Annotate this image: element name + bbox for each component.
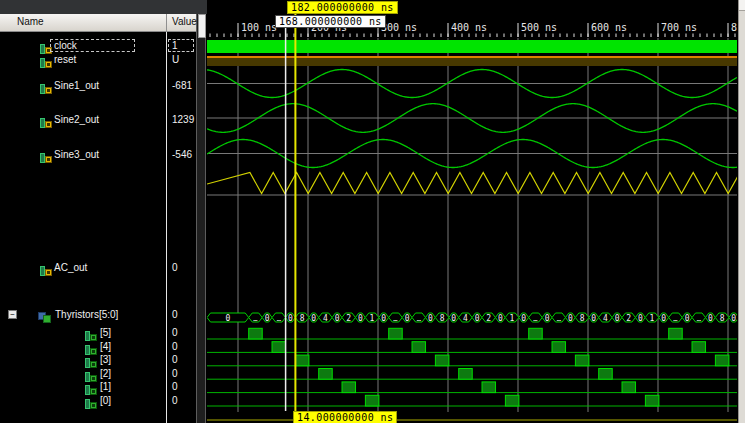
signal-name-label[interactable]: [0] xyxy=(100,394,111,407)
signal-value: U xyxy=(172,53,179,66)
bit-signal-icon xyxy=(85,381,97,392)
marker-cursor-time-label: 168.000000000 ns xyxy=(275,15,386,28)
signal-name-label[interactable]: Sine3_out xyxy=(54,148,99,161)
svg-text:0: 0 xyxy=(358,314,363,323)
bit-signal-icon xyxy=(85,395,97,406)
signal-value: 0 xyxy=(172,367,178,380)
svg-text:0: 0 xyxy=(615,314,620,323)
signal-value: 0 xyxy=(172,340,178,353)
wave--0- xyxy=(207,395,737,406)
wave-thyristors-5-0-: 0…0…080402010…0…080402010…0…080402010…0…… xyxy=(207,313,739,323)
svg-text:0: 0 xyxy=(311,314,316,323)
svg-text:0: 0 xyxy=(381,314,386,323)
wave-reset xyxy=(207,57,737,66)
svg-text:1: 1 xyxy=(650,314,655,323)
wave-viewer-window: 100 ns200 ns300 ns400 ns500 ns600 ns700 … xyxy=(0,0,745,423)
svg-text:0: 0 xyxy=(521,314,526,323)
svg-text:4: 4 xyxy=(603,314,608,323)
svg-text:0: 0 xyxy=(708,314,713,323)
bit-signal-icon xyxy=(85,327,97,338)
signal-value: 0 xyxy=(172,394,178,407)
signal-name-label[interactable]: Sine1_out xyxy=(54,79,99,92)
svg-text:0: 0 xyxy=(498,314,503,323)
wave-scrollbar-thumb[interactable] xyxy=(739,0,745,11)
signal-value: -546 xyxy=(172,148,192,161)
name-value-divider[interactable] xyxy=(166,31,167,423)
signal-value: -681 xyxy=(172,79,192,92)
svg-text:…: … xyxy=(277,315,281,323)
svg-text:0: 0 xyxy=(638,314,643,323)
vertical-scrollbar[interactable] xyxy=(196,14,206,423)
signal-name-label[interactable]: [2] xyxy=(100,367,111,380)
value-column-header[interactable]: Value xyxy=(172,16,197,27)
signal-value: 0 xyxy=(172,261,178,274)
svg-text:0: 0 xyxy=(405,314,410,323)
svg-text:…: … xyxy=(417,315,421,323)
name-column-header[interactable]: Name xyxy=(17,16,44,27)
svg-text:…: … xyxy=(393,315,397,323)
svg-text:4: 4 xyxy=(323,314,328,323)
wave-clock xyxy=(207,40,737,53)
signal-name-label[interactable]: [4] xyxy=(100,340,111,353)
svg-text:1: 1 xyxy=(370,314,375,323)
svg-text:…: … xyxy=(253,315,257,323)
svg-text:0: 0 xyxy=(288,314,293,323)
logic-signal-icon xyxy=(40,114,52,125)
selection-outline-name xyxy=(50,39,135,52)
svg-text:…: … xyxy=(697,315,701,323)
signal-name-label[interactable]: Thyristors[5:0] xyxy=(55,308,118,321)
bit-signal-icon xyxy=(85,368,97,379)
svg-text:1: 1 xyxy=(510,314,515,323)
header-column-divider[interactable] xyxy=(166,14,167,31)
svg-text:0: 0 xyxy=(225,314,230,323)
signal-name-label[interactable]: AC_out xyxy=(54,261,87,274)
svg-text:0: 0 xyxy=(335,314,340,323)
svg-text:0: 0 xyxy=(591,314,596,323)
svg-text:4: 4 xyxy=(463,314,468,323)
signal-value: 0 xyxy=(172,353,178,366)
svg-text:100 ns: 100 ns xyxy=(241,22,277,33)
svg-text:8: 8 xyxy=(440,314,445,323)
signal-name-label[interactable]: reset xyxy=(54,53,76,66)
svg-text:0: 0 xyxy=(661,314,666,323)
logic-signal-icon xyxy=(40,80,52,91)
logic-signal-icon xyxy=(40,262,52,273)
svg-text:300 ns: 300 ns xyxy=(381,22,417,33)
bus-signal-icon xyxy=(38,309,50,320)
wave-carrier xyxy=(207,173,745,194)
signal-name-label[interactable]: Sine2_out xyxy=(54,113,99,126)
svg-text:0: 0 xyxy=(545,314,550,323)
svg-text:2: 2 xyxy=(626,314,631,323)
signal-value: 1239 xyxy=(172,113,194,126)
svg-text:0: 0 xyxy=(731,314,736,323)
panel-top-strip xyxy=(0,0,207,14)
svg-text:0: 0 xyxy=(265,314,270,323)
vertical-scrollbar-thumb[interactable] xyxy=(198,14,206,38)
svg-text:8: 8 xyxy=(720,314,725,323)
svg-text:0: 0 xyxy=(475,314,480,323)
logic-signal-icon xyxy=(40,54,52,65)
svg-text:…: … xyxy=(557,315,561,323)
svg-text:0: 0 xyxy=(568,314,573,323)
wave-vertical-scrollbar[interactable] xyxy=(738,0,745,423)
svg-text:400 ns: 400 ns xyxy=(451,22,487,33)
panel-header: Name Value xyxy=(0,14,196,32)
signal-value: 0 xyxy=(172,326,178,339)
svg-text:700 ns: 700 ns xyxy=(661,22,697,33)
signal-name-label[interactable]: [1] xyxy=(100,380,111,393)
signal-value: 0 xyxy=(172,380,178,393)
signal-panel: clock1resetUSine1_out-681Sine2_out1239Si… xyxy=(0,0,196,423)
primary-cursor-time-label: 182.000000000 ns xyxy=(287,1,398,14)
signal-name-label[interactable]: [3] xyxy=(100,353,111,366)
svg-text:500 ns: 500 ns xyxy=(521,22,557,33)
tree-expand-button[interactable]: − xyxy=(8,310,17,319)
svg-text:0: 0 xyxy=(428,314,433,323)
selection-outline-value xyxy=(168,39,194,52)
svg-text:600 ns: 600 ns xyxy=(591,22,627,33)
svg-text:…: … xyxy=(533,315,537,323)
signal-name-label[interactable]: [5] xyxy=(100,326,111,339)
cursor-delta-label: 14.000000000 ns xyxy=(293,411,397,423)
svg-text:…: … xyxy=(673,315,677,323)
svg-text:2: 2 xyxy=(346,314,351,323)
logic-signal-icon xyxy=(40,149,52,160)
